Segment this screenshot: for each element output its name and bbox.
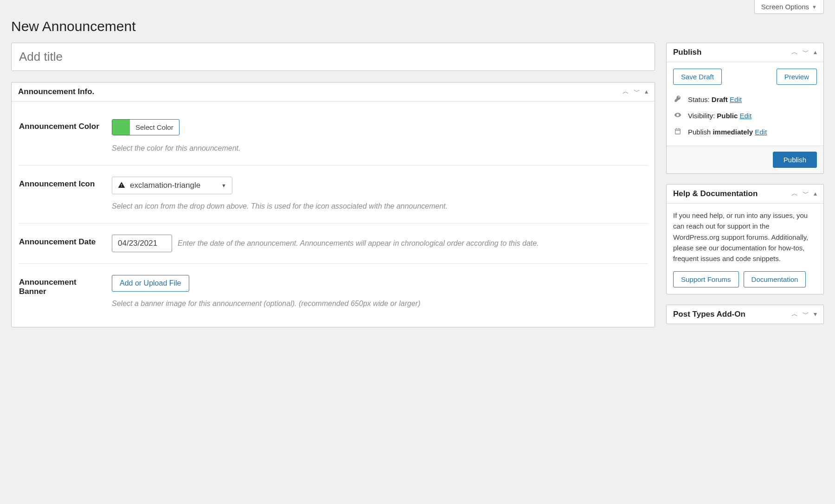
icon-select[interactable]: exclamation-triangle ▼ (112, 177, 232, 194)
screen-options-button[interactable]: Screen Options ▼ (754, 0, 824, 14)
field-hint: Select the color for this announcement. (112, 143, 647, 154)
visibility-text: Visibility: Public Edit (688, 112, 752, 120)
metabox-title: Post Types Add-On (673, 310, 745, 319)
title-input[interactable] (11, 43, 655, 71)
key-icon (673, 95, 682, 104)
publish-button[interactable]: Publish (773, 152, 817, 168)
chevron-up-icon[interactable]: ︿ (791, 310, 798, 319)
documentation-button[interactable]: Documentation (744, 271, 806, 287)
select-color-button[interactable]: Select Color (112, 119, 180, 135)
upload-file-button[interactable]: Add or Upload File (112, 275, 189, 292)
chevron-up-icon[interactable]: ︿ (791, 190, 798, 198)
chevron-down-icon[interactable]: ﹀ (803, 190, 809, 198)
screen-options-label: Screen Options (761, 3, 809, 11)
edit-visibility-link[interactable]: Edit (739, 112, 752, 120)
caret-up-icon[interactable]: ▴ (814, 190, 817, 198)
date-input[interactable] (112, 235, 172, 252)
chevron-down-icon[interactable]: ﹀ (803, 310, 809, 319)
caret-down-icon: ▼ (221, 183, 226, 188)
field-label-icon: Announcement Icon (19, 177, 103, 189)
chevron-down-icon[interactable]: ﹀ (634, 88, 640, 96)
metabox-title: Announcement Info. (18, 87, 94, 96)
save-draft-button[interactable]: Save Draft (673, 69, 722, 85)
page-title: New Announcement (11, 19, 824, 34)
chevron-down-icon[interactable]: ﹀ (803, 48, 809, 57)
caret-up-icon[interactable]: ▴ (814, 48, 817, 57)
field-hint: Select an icon from the drop down above.… (112, 201, 647, 212)
edit-publish-time-link[interactable]: Edit (755, 128, 767, 136)
edit-status-link[interactable]: Edit (730, 96, 742, 103)
icon-select-value: exclamation-triangle (130, 181, 200, 190)
color-swatch (112, 120, 130, 135)
chevron-up-icon[interactable]: ︿ (791, 48, 798, 57)
caret-down-icon[interactable]: ▾ (814, 310, 817, 319)
metabox-help: Help & Documentation ︿ ﹀ ▴ If you need h… (666, 184, 824, 294)
calendar-icon (673, 128, 682, 136)
metabox-title: Publish (673, 48, 701, 57)
exclamation-triangle-icon (118, 181, 125, 190)
chevron-down-icon: ▼ (812, 4, 817, 10)
caret-up-icon[interactable]: ▴ (645, 88, 648, 96)
field-hint: Enter the date of the announcement. Anno… (178, 239, 539, 247)
chevron-up-icon[interactable]: ︿ (623, 88, 629, 96)
field-label-color: Announcement Color (19, 119, 103, 131)
field-label-banner: Announcement Banner (19, 275, 103, 296)
publish-time-text: Publish immediately Edit (688, 128, 767, 136)
metabox-publish: Publish ︿ ﹀ ▴ Save Draft Preview (666, 43, 824, 174)
metabox-announcement-info: Announcement Info. ︿ ﹀ ▴ Announcement Co… (11, 82, 655, 327)
select-color-label: Select Color (130, 120, 179, 135)
preview-button[interactable]: Preview (777, 69, 817, 85)
help-text: If you need help, or run into any issues… (673, 210, 817, 264)
support-forums-button[interactable]: Support Forums (673, 271, 739, 287)
metabox-title: Help & Documentation (673, 189, 758, 198)
field-label-date: Announcement Date (19, 235, 103, 247)
eye-icon (673, 111, 682, 120)
field-hint: Select a banner image for this announcem… (112, 298, 647, 309)
metabox-post-types: Post Types Add-On ︿ ﹀ ▾ (666, 305, 824, 324)
status-text: Status: Draft Edit (688, 96, 742, 103)
